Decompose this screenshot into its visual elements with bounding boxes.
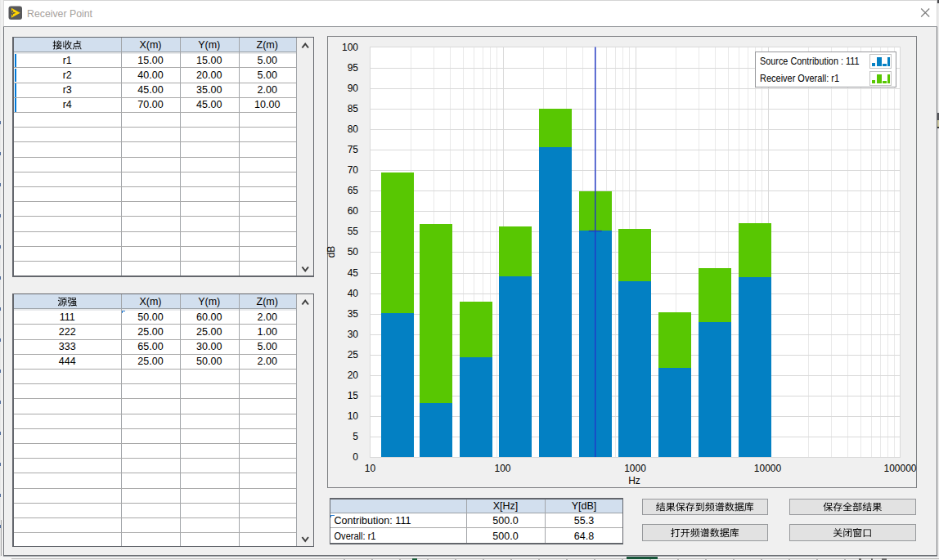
- svg-text:40: 40: [348, 288, 359, 299]
- svg-text:20: 20: [348, 370, 359, 381]
- svg-text:50: 50: [348, 246, 359, 258]
- svg-text:r2: r2: [63, 69, 72, 81]
- svg-text:2.00: 2.00: [258, 356, 277, 367]
- svg-text:100000: 100000: [883, 463, 916, 474]
- svg-text:0: 0: [353, 451, 358, 463]
- svg-text:15: 15: [348, 390, 359, 401]
- svg-text:111: 111: [60, 311, 75, 323]
- svg-text:45.00: 45.00: [137, 84, 163, 96]
- svg-text:20.00: 20.00: [196, 69, 222, 81]
- svg-text:10: 10: [348, 410, 359, 422]
- svg-text:60: 60: [348, 205, 359, 217]
- svg-text:2.00: 2.00: [258, 84, 277, 96]
- svg-text:35.00: 35.00: [196, 84, 222, 96]
- svg-text:30: 30: [348, 329, 359, 340]
- svg-text:10: 10: [365, 463, 376, 474]
- svg-text:90: 90: [348, 83, 359, 94]
- svg-text:25: 25: [348, 349, 359, 361]
- svg-text:25.00: 25.00: [137, 326, 163, 338]
- svg-text:Contribution: 111: Contribution: 111: [335, 515, 411, 526]
- svg-text:55: 55: [348, 226, 359, 237]
- svg-text:75: 75: [348, 144, 359, 155]
- svg-text:25.00: 25.00: [196, 326, 222, 338]
- svg-text:Receiver Point: Receiver Point: [27, 7, 92, 20]
- svg-text:15.00: 15.00: [196, 55, 222, 66]
- svg-text:2.00: 2.00: [258, 311, 277, 323]
- svg-text:Z(m): Z(m): [257, 39, 278, 51]
- svg-text:45: 45: [348, 267, 359, 279]
- svg-text:X(m): X(m): [139, 296, 161, 307]
- svg-text:Y(m): Y(m): [198, 39, 220, 51]
- svg-text:50.00: 50.00: [137, 311, 163, 323]
- svg-text:Overall: r1: Overall: r1: [335, 531, 376, 542]
- svg-text:Z(m): Z(m): [257, 296, 278, 307]
- svg-text:65.00: 65.00: [137, 341, 163, 352]
- svg-text:r1: r1: [63, 55, 72, 66]
- svg-text:95: 95: [348, 62, 359, 74]
- svg-text:500.0: 500.0: [492, 515, 518, 526]
- svg-text:25.00: 25.00: [137, 356, 163, 367]
- svg-text:Y[dB]: Y[dB]: [572, 500, 597, 512]
- svg-text:35: 35: [348, 308, 359, 320]
- svg-text:10.00: 10.00: [254, 99, 280, 110]
- svg-text:100: 100: [494, 463, 510, 474]
- svg-text:15.00: 15.00: [137, 55, 163, 66]
- svg-text:45.00: 45.00: [196, 99, 222, 110]
- svg-text:222: 222: [59, 326, 76, 338]
- svg-text:5.00: 5.00: [258, 55, 277, 66]
- svg-text:60.00: 60.00: [196, 311, 222, 323]
- svg-text:64.8: 64.8: [574, 531, 594, 542]
- svg-text:10000: 10000: [754, 463, 782, 474]
- svg-text:85: 85: [348, 103, 359, 114]
- svg-text:70: 70: [348, 164, 359, 176]
- svg-text:40.00: 40.00: [137, 69, 163, 81]
- svg-text:r3: r3: [63, 84, 72, 96]
- svg-text:r4: r4: [63, 99, 72, 110]
- svg-text:55.3: 55.3: [574, 515, 594, 526]
- svg-text:X[Hz]: X[Hz]: [493, 500, 519, 512]
- svg-text:500.0: 500.0: [492, 531, 518, 542]
- svg-text:dB: dB: [326, 246, 337, 258]
- svg-text:Source Contribution : 111: Source Contribution : 111: [760, 56, 860, 67]
- svg-text:Y(m): Y(m): [198, 296, 220, 307]
- svg-text:30.00: 30.00: [196, 341, 222, 352]
- svg-text:444: 444: [59, 356, 76, 367]
- svg-text:100: 100: [342, 42, 358, 53]
- svg-text:Receiver Overall: r1: Receiver Overall: r1: [760, 73, 839, 84]
- svg-text:65: 65: [348, 185, 359, 196]
- svg-text:1000: 1000: [624, 463, 646, 474]
- svg-text:70.00: 70.00: [137, 99, 163, 110]
- svg-text:1.00: 1.00: [258, 326, 277, 338]
- svg-text:333: 333: [59, 341, 76, 352]
- svg-text:5: 5: [353, 431, 358, 442]
- svg-text:50.00: 50.00: [196, 356, 222, 367]
- svg-text:80: 80: [348, 123, 359, 135]
- svg-text:5.00: 5.00: [258, 69, 277, 81]
- svg-text:Hz: Hz: [628, 475, 640, 486]
- svg-text:5.00: 5.00: [258, 341, 277, 352]
- svg-text:X(m): X(m): [139, 39, 161, 51]
